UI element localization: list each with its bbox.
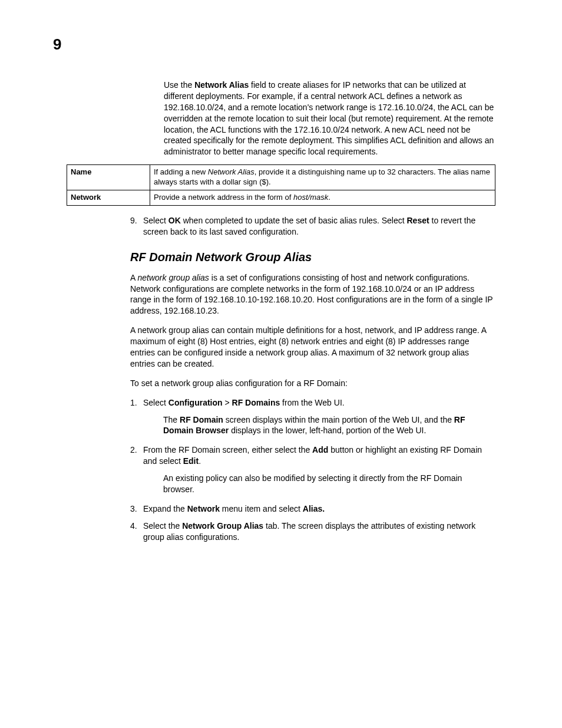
text: Use the <box>164 80 194 90</box>
text: Expand the <box>143 504 187 513</box>
italic-term: Network Alias <box>208 167 254 176</box>
bold-term: RF Domain <box>180 415 223 424</box>
step-number: 9. <box>130 215 143 238</box>
body-paragraph: To set a network group alias configurati… <box>130 378 495 389</box>
text: From the RF Domain screen, either select… <box>143 445 312 454</box>
step-3: 3. Expand the Network menu item and sele… <box>130 503 495 515</box>
bold-term: Add <box>312 445 328 454</box>
table-row: Network Provide a network address in the… <box>67 190 495 206</box>
text: when completed to update the set of basi… <box>181 216 407 225</box>
text: Select the <box>143 521 182 531</box>
page-number: 9 <box>53 35 61 54</box>
cell-desc: If adding a new Network Alias, provide i… <box>150 165 495 190</box>
step-number: 2. <box>130 444 143 467</box>
step-text: Select the Network Group Alias tab. The … <box>143 521 495 543</box>
bold-term: Network Group Alias <box>182 521 263 531</box>
text: . <box>328 193 330 202</box>
intro-paragraph: Use the Network Alias field to create al… <box>164 80 495 157</box>
text: . <box>199 456 201 466</box>
step-9: 9. Select OK when completed to update th… <box>130 215 495 238</box>
sub-paragraph: An existing policy can also be modified … <box>163 473 495 495</box>
text: If adding a new <box>154 167 208 176</box>
step-number: 4. <box>130 521 143 543</box>
step-text: Select OK when completed to update the s… <box>143 215 495 238</box>
italic-term: network group alias <box>137 273 209 282</box>
text: displays in the lower, left-hand, portio… <box>229 426 426 435</box>
text: menu item and select <box>220 504 303 513</box>
step-text: Select Configuration > RF Domains from t… <box>143 397 495 409</box>
bold-term: Edit <box>183 456 199 466</box>
bold-term: Network Alias <box>194 80 249 90</box>
bold-term: RF Domains <box>232 398 280 407</box>
text: Provide a network address in the form of <box>154 193 293 202</box>
text: field to create aliases for IP networks … <box>164 80 494 156</box>
bold-term: Network <box>187 504 220 513</box>
body-paragraph: A network group alias is a set of config… <box>130 272 495 317</box>
text: Select <box>143 398 168 407</box>
body-paragraph: A network group alias can contain multip… <box>130 325 495 370</box>
definition-table: Name If adding a new Network Alias, prov… <box>67 164 495 206</box>
cell-label: Network <box>67 190 150 206</box>
cell-label: Name <box>67 165 150 190</box>
step-4: 4. Select the Network Group Alias tab. T… <box>130 521 495 543</box>
step-text: From the RF Domain screen, either select… <box>143 444 495 467</box>
text: The <box>163 415 180 424</box>
step-1: 1. Select Configuration > RF Domains fro… <box>130 397 495 409</box>
step-text: Expand the Network menu item and select … <box>143 503 495 515</box>
bold-term: Reset <box>406 216 429 225</box>
text: > <box>223 398 232 407</box>
cell-desc: Provide a network address in the form of… <box>150 190 495 206</box>
page-content: Use the Network Alias field to create al… <box>67 80 495 549</box>
text: from the Web UI. <box>280 398 344 407</box>
text: A <box>130 273 137 282</box>
step-number: 3. <box>130 503 143 515</box>
italic-term: host/mask <box>293 193 328 202</box>
text: screen displays within the main portion … <box>223 415 454 424</box>
step-2: 2. From the RF Domain screen, either sel… <box>130 444 495 467</box>
bold-term: OK <box>168 216 181 225</box>
bold-term: Configuration <box>168 398 223 407</box>
text: Select <box>143 216 168 225</box>
step-number: 1. <box>130 397 143 409</box>
table-row: Name If adding a new Network Alias, prov… <box>67 165 495 190</box>
bold-term: Alias. <box>303 504 325 513</box>
sub-paragraph: The RF Domain screen displays within the… <box>163 414 495 437</box>
section-heading: RF Domain Network Group Alias <box>130 251 495 264</box>
